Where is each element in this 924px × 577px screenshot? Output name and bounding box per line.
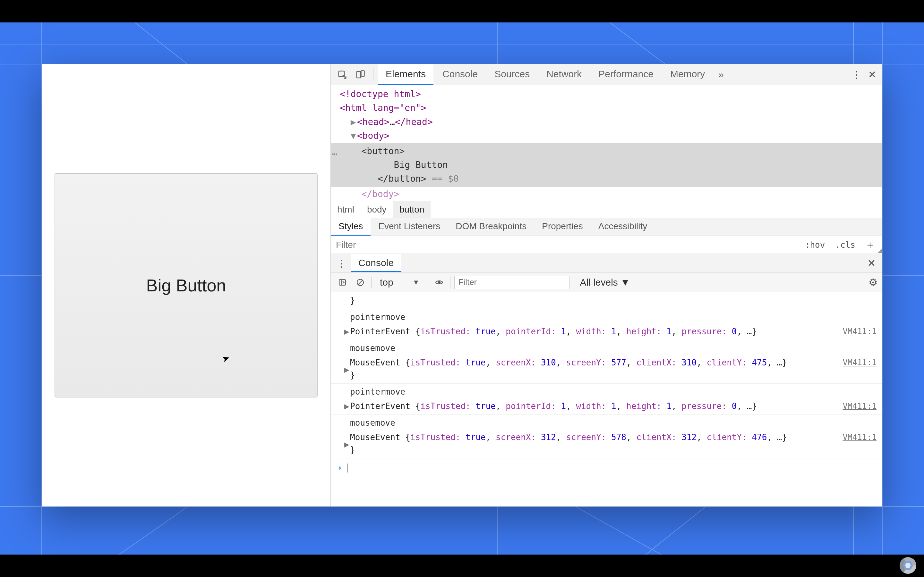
log-label: mousemove	[331, 415, 882, 429]
cls-toggle[interactable]: .cls	[833, 239, 858, 250]
subtab-accessibility[interactable]: Accessibility	[591, 218, 655, 235]
live-expression-icon[interactable]	[432, 276, 446, 290]
log-source-link[interactable]: VM411:1	[843, 356, 877, 369]
log-label: pointermove	[331, 309, 882, 324]
styles-filter-input[interactable]	[336, 240, 797, 250]
console-drawer-close-icon[interactable]: ✕	[865, 257, 879, 269]
dom-breadcrumbs: html body button	[331, 201, 882, 218]
expand-caret-icon[interactable]: ▶	[344, 326, 349, 338]
log-line[interactable]: ▶ MouseEvent {isTrusted: true, screenX: …	[331, 429, 882, 458]
devtools-menu-icon[interactable]: ⋮	[850, 68, 864, 82]
svg-point-21	[438, 281, 440, 284]
styles-subtabs: Styles Event Listeners DOM Breakpoints P…	[331, 218, 882, 236]
subtab-properties[interactable]: Properties	[534, 218, 591, 235]
crumb-body[interactable]: body	[360, 201, 393, 218]
tab-console[interactable]: Console	[435, 64, 485, 85]
subtab-dom-breakpoints[interactable]: DOM Breakpoints	[448, 218, 534, 235]
prompt-chevron-icon: ›	[337, 462, 342, 474]
expand-caret-icon[interactable]: ▶	[344, 400, 349, 413]
page-preview-pane: Big Button ➤	[42, 64, 330, 506]
subtab-styles[interactable]: Styles	[331, 218, 371, 235]
log-line[interactable]: ▶ MouseEvent {isTrusted: true, screenX: …	[331, 355, 882, 384]
crumb-html[interactable]: html	[331, 201, 360, 218]
tab-memory[interactable]: Memory	[662, 64, 712, 85]
console-toolbar: top ▼ All levels ▼ ⚙	[331, 272, 882, 292]
expand-caret-icon[interactable]: ▶	[344, 438, 349, 451]
chrome-logo-icon	[900, 557, 916, 574]
log-label: mousemove	[331, 340, 882, 355]
text-caret	[347, 464, 347, 472]
svg-line-20	[359, 280, 363, 284]
console-settings-icon[interactable]: ⚙	[869, 276, 878, 288]
app-window: Big Button ➤ Elements Console Sources Ne…	[42, 64, 882, 506]
styles-filter-row: :hov .cls ＋	[331, 236, 882, 254]
tab-elements[interactable]: Elements	[378, 64, 433, 85]
console-log-area[interactable]: } pointermove ▶ PointerEvent {isTrusted:…	[331, 292, 882, 506]
devtools-tabbar: Elements Console Sources Network Perform…	[331, 64, 882, 85]
tab-performance[interactable]: Performance	[591, 64, 661, 85]
log-levels-select[interactable]: All levels ▼	[573, 277, 630, 288]
devtools-close-icon[interactable]: ✕	[865, 68, 879, 82]
log-source-link[interactable]: VM411:1	[843, 326, 877, 338]
console-drawer-tab[interactable]: Console	[351, 254, 401, 272]
big-button-label: Big Button	[146, 276, 226, 295]
elements-dom-tree[interactable]: <!doctype html> <html lang="en"> ▶<head>…	[331, 85, 882, 201]
selected-dom-node[interactable]: … <button> Big Button </button> == $0	[331, 143, 882, 187]
mouse-cursor-icon: ➤	[220, 352, 231, 365]
new-style-rule-icon[interactable]: ＋	[863, 238, 877, 252]
log-line[interactable]: }	[331, 292, 882, 309]
tabs-overflow-icon[interactable]: »	[714, 68, 728, 82]
log-line[interactable]: ▶ PointerEvent {isTrusted: true, pointer…	[331, 324, 882, 340]
console-filter-input[interactable]	[454, 276, 570, 289]
hov-toggle[interactable]: :hov	[803, 239, 828, 250]
expand-caret-icon[interactable]: ▶	[344, 364, 349, 376]
execution-context-select[interactable]: top ▼	[375, 276, 424, 289]
clear-console-icon[interactable]	[353, 276, 367, 290]
log-source-link[interactable]: VM411:1	[843, 431, 877, 443]
chevron-down-icon: ▼	[413, 278, 420, 287]
log-label: pointermove	[331, 384, 882, 398]
chevron-down-icon: ▼	[620, 277, 630, 288]
subtab-event-listeners[interactable]: Event Listeners	[371, 218, 448, 235]
crumb-button[interactable]: button	[393, 201, 431, 218]
inspect-element-icon[interactable]	[334, 68, 351, 82]
console-sidebar-toggle-icon[interactable]	[335, 276, 349, 290]
log-source-link[interactable]: VM411:1	[843, 400, 877, 412]
tab-network[interactable]: Network	[539, 64, 590, 85]
svg-rect-16	[361, 71, 365, 76]
svg-rect-15	[357, 71, 361, 78]
console-drawer-header: ⋮ Console ✕	[331, 254, 882, 272]
tab-sources[interactable]: Sources	[487, 64, 537, 85]
devtools-panel: Elements Console Sources Network Perform…	[330, 64, 882, 506]
log-line[interactable]: ▶ PointerEvent {isTrusted: true, pointer…	[331, 398, 882, 415]
big-button[interactable]: Big Button ➤	[55, 173, 318, 398]
console-prompt[interactable]: ›	[331, 458, 882, 477]
console-drawer-menu-icon[interactable]: ⋮	[334, 256, 349, 270]
device-toolbar-icon[interactable]	[352, 68, 368, 82]
resize-corner-icon[interactable]	[878, 249, 882, 253]
